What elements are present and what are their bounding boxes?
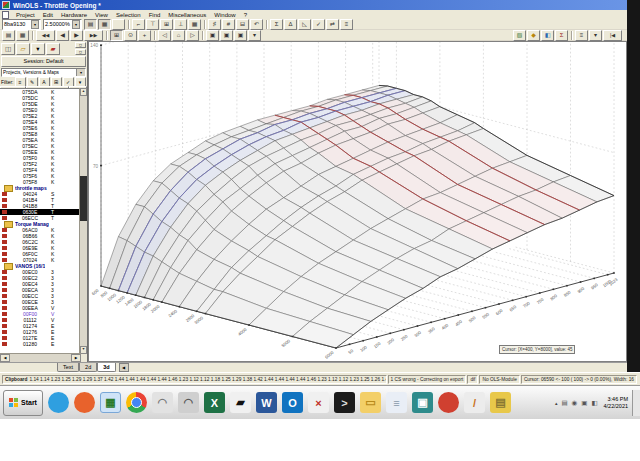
pane-option-a-button[interactable]: ◻ xyxy=(75,42,86,48)
nav-first-button[interactable]: ◀◀ xyxy=(36,30,55,41)
console-icon[interactable]: > xyxy=(334,392,355,413)
filter-text-button[interactable]: A xyxy=(39,77,50,87)
view-3d-button[interactable]: ▦ xyxy=(98,19,111,30)
grid-button[interactable]: ▦ xyxy=(188,19,201,30)
chevron-down-icon[interactable]: ▾ xyxy=(76,69,85,76)
scrollbar-thumb[interactable] xyxy=(80,176,87,221)
menu-help[interactable]: ? xyxy=(240,12,251,18)
undo-button[interactable]: ↶ xyxy=(250,19,263,30)
spinner-arrow-icon[interactable]: ▾ xyxy=(72,20,80,29)
delta-button[interactable]: Δ xyxy=(284,19,297,30)
frame-left-button[interactable]: ⌐ xyxy=(132,19,145,30)
teal-app-icon[interactable]: ▣ xyxy=(412,392,433,413)
start-button[interactable]: Start xyxy=(3,390,43,416)
word-icon[interactable]: W xyxy=(256,392,277,413)
nav-next-button[interactable]: ▶ xyxy=(70,30,83,41)
tray-volume-icon[interactable]: ◉ xyxy=(572,399,578,407)
menu-miscellaneous[interactable]: Miscellaneous xyxy=(164,12,210,18)
menu-edit[interactable]: Edit xyxy=(39,12,57,18)
tray-network-icon[interactable]: ▤ xyxy=(561,399,567,407)
filter-dropdown-button[interactable]: ▾ xyxy=(75,77,86,87)
horizontal-scrollbar[interactable]: ◀ ▶ xyxy=(0,353,81,362)
prev-map-button[interactable]: ◁ xyxy=(158,30,171,41)
frame-bottom-button[interactable]: ⊥ xyxy=(174,19,187,30)
toolbox-icon[interactable]: ▤ xyxy=(490,392,511,413)
hash-small-button[interactable]: ♯ xyxy=(208,19,221,30)
view-2d-button[interactable]: ▤ xyxy=(84,19,97,30)
excel-icon[interactable]: X xyxy=(204,392,225,413)
menu-find[interactable]: Find xyxy=(145,12,165,18)
black-wedge-icon[interactable]: ▰ xyxy=(230,392,251,413)
menu-hardware[interactable]: Hardware xyxy=(57,12,91,18)
menu-window[interactable]: Window xyxy=(210,12,239,18)
scroll-right-icon[interactable]: ▶ xyxy=(71,354,81,362)
frame-full-button[interactable]: ⊞ xyxy=(160,19,173,30)
tray-update-icon[interactable]: ▣ xyxy=(581,399,587,407)
sigma-button[interactable]: Σ xyxy=(270,19,283,30)
project-properties-button[interactable]: ▤ xyxy=(2,30,15,41)
window-split-button[interactable]: ⊟ xyxy=(236,19,249,30)
curve-dark-icon[interactable]: ◠ xyxy=(178,392,199,413)
next-map-button[interactable]: ▷ xyxy=(186,30,199,41)
dif-status[interactable]: dif xyxy=(467,375,478,384)
zoom-spinner[interactable]: 2.50000% ▾ xyxy=(43,19,82,30)
curve-gray-icon[interactable]: ◠ xyxy=(152,392,173,413)
compare-button[interactable]: ◧ xyxy=(541,30,554,41)
taskbar-clock[interactable]: 3:46 PM 4/22/2021 xyxy=(604,396,628,409)
open-version-dropdown[interactable]: ▾ xyxy=(31,43,45,55)
window-2-button[interactable]: ▣ xyxy=(220,30,233,41)
tray-power-icon[interactable]: ◧ xyxy=(591,399,597,407)
tab-scroll-left-icon[interactable]: ◀ xyxy=(119,363,129,372)
chrome-icon[interactable] xyxy=(126,392,147,413)
save-version-button[interactable]: ◫ xyxy=(1,43,15,55)
filter-check-button[interactable]: ✓ xyxy=(63,77,74,87)
document-icon[interactable] xyxy=(2,11,9,19)
open-version-button[interactable]: ▱ xyxy=(16,43,30,55)
notes-icon[interactable]: ≡ xyxy=(386,392,407,413)
red-app-icon[interactable] xyxy=(438,392,459,413)
outlook-icon[interactable]: O xyxy=(282,392,303,413)
tab-3d[interactable]: 3d xyxy=(97,363,115,372)
frame-top-button[interactable]: ⊤ xyxy=(146,19,159,30)
session-button[interactable]: Session: Default xyxy=(1,56,86,67)
spinner-arrow-icon[interactable]: ▾ xyxy=(31,20,39,29)
filter-list-button[interactable]: ≡ xyxy=(15,77,26,87)
address-value[interactable]: 8ba9130 xyxy=(4,21,30,27)
menu-project[interactable]: Project xyxy=(12,12,39,18)
pane-option-b-button[interactable]: ◻ xyxy=(75,49,86,55)
scroll-left-icon[interactable]: ◀ xyxy=(0,354,10,362)
open-project-button[interactable]: ▦ xyxy=(16,30,29,41)
window-dropdown-button[interactable]: ▾ xyxy=(248,30,261,41)
collapse-pane-button[interactable]: |◀ xyxy=(603,30,622,41)
check-button[interactable]: ✓ xyxy=(312,19,325,30)
tab-text[interactable]: Text xyxy=(57,363,79,372)
browser-orange-icon[interactable] xyxy=(74,392,95,413)
vertical-scrollbar[interactable]: ▲ ▼ xyxy=(79,88,87,354)
hash-large-button[interactable]: # xyxy=(222,19,235,30)
triangle-button[interactable]: ◺ xyxy=(298,19,311,30)
folder-icon[interactable]: ▭ xyxy=(360,392,381,413)
nav-last-button[interactable]: ▶▶ xyxy=(84,30,103,41)
menu-view[interactable]: View xyxy=(91,12,112,18)
filter-grid-button[interactable]: ⊞ xyxy=(51,77,62,87)
menu-selection[interactable]: Selection xyxy=(112,12,145,18)
swap-button[interactable]: ⇄ xyxy=(326,19,339,30)
home-button[interactable]: ⌂ xyxy=(172,30,185,41)
view-mode-button[interactable]: ≡ xyxy=(575,30,588,41)
nav-prev-button[interactable]: ◀ xyxy=(56,30,69,41)
scroll-up-icon[interactable]: ▲ xyxy=(80,88,87,96)
view-table-button[interactable]: ⊞ xyxy=(110,30,123,41)
browser-blue-icon[interactable] xyxy=(48,392,69,413)
address-spinner[interactable]: 8ba9130 ▾ xyxy=(2,19,41,30)
view-mode-arrow-button[interactable]: ▾ xyxy=(589,30,602,41)
show-desktop-button[interactable] xyxy=(632,390,640,416)
surface-plot[interactable]: 7014060080010001200140016001800200024002… xyxy=(89,42,626,361)
winols-taskbar-icon[interactable]: ▦ xyxy=(100,392,121,413)
blank-view-button[interactable] xyxy=(112,19,125,30)
import-version-button[interactable]: ▰ xyxy=(46,43,60,55)
map-3d-view[interactable]: 7014060080010001200140016001800200024002… xyxy=(88,41,627,362)
list-button[interactable]: ≡ xyxy=(340,19,353,30)
tray-chevron-icon[interactable]: ▴ xyxy=(555,400,558,406)
zoom-button[interactable]: ⊙ xyxy=(124,30,137,41)
color-scale-button[interactable]: ▧ xyxy=(513,30,526,41)
